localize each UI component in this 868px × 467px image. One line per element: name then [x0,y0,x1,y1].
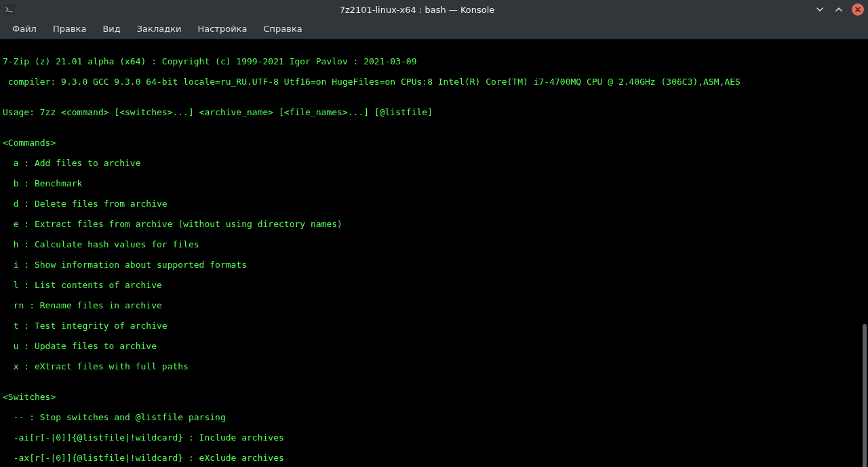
terminal-line: t : Test integrity of archive [3,321,865,331]
terminal-line: h : Calculate hash values for files [3,239,865,249]
terminal-line: i : Show information about supported for… [3,260,865,270]
terminal-line: e : Extract files from archive (without … [3,219,865,229]
terminal-line: <Switches> [3,392,865,402]
svg-rect-0 [4,4,15,15]
app-icon [4,4,15,15]
terminal-line: rn : Rename files in archive [3,300,865,310]
terminal-line: d : Delete files from archive [3,199,865,209]
terminal-line: Usage: 7zz <command> [<switches>...] <ar… [3,107,865,117]
terminal-line: u : Update files to archive [3,341,865,351]
terminal-line: 7-Zip (z) 21.01 alpha (x64) : Copyright … [3,56,865,66]
close-button[interactable] [852,3,864,16]
menu-edit[interactable]: Правка [45,21,94,37]
window-controls [814,3,864,16]
menu-help[interactable]: Справка [255,21,310,37]
terminal-line: compiler: 9.3.0 GCC 9.3.0 64-bit locale=… [3,77,865,87]
menu-settings[interactable]: Настройка [189,21,255,37]
terminal-line: a : Add files to archive [3,158,865,168]
terminal-line: b : Benchmark [3,178,865,188]
window-title: 7z2101-linux-x64 : bash — Konsole [20,5,814,15]
terminal-line: -ai[r[-|0]]{@listfile|!wildcard} : Inclu… [3,432,865,443]
scrollbar[interactable] [863,324,867,467]
menubar: Файл Правка Вид Закладки Настройка Справ… [0,19,868,39]
terminal-line: <Commands> [3,138,865,148]
maximize-button[interactable] [833,3,845,16]
minimize-button[interactable] [814,3,826,16]
terminal-line: x : eXtract files with full paths [3,361,865,371]
menu-view[interactable]: Вид [94,21,128,37]
terminal-line: -ax[r[-|0]]{@listfile|!wildcard} : eXclu… [3,453,865,463]
menu-file[interactable]: Файл [4,21,45,37]
terminal-line: l : List contents of archive [3,280,865,290]
terminal-output[interactable]: 7-Zip (z) 21.01 alpha (x64) : Copyright … [0,39,868,467]
titlebar: 7z2101-linux-x64 : bash — Konsole [0,0,868,19]
menu-bookmarks[interactable]: Закладки [129,21,190,37]
terminal-line: -- : Stop switches and @listfile parsing [3,412,865,422]
